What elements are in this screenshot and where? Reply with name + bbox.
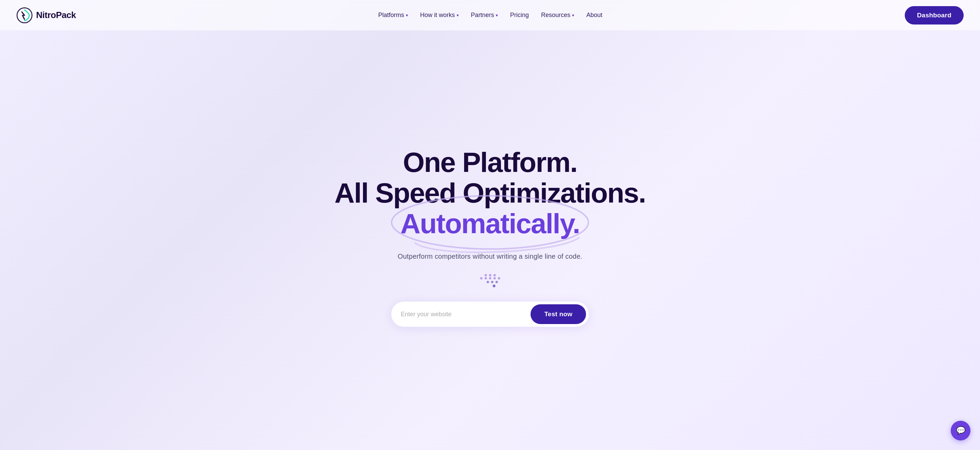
chat-icon: 💬 [956, 426, 966, 435]
nitropack-logo-icon [16, 7, 33, 24]
nav-item-how-it-works[interactable]: How it works ▾ [420, 11, 459, 19]
dot [495, 281, 498, 283]
hero-subtitle: Outperform competitors without writing a… [398, 253, 582, 261]
nav-item-resources[interactable]: Resources ▾ [541, 11, 574, 19]
hero-line1: One Platform. [403, 147, 577, 178]
logo-text: NitroPack [36, 10, 76, 21]
dot [493, 274, 496, 277]
nav-item-pricing[interactable]: Pricing [510, 11, 529, 19]
chevron-down-icon: ▾ [406, 13, 408, 18]
dotted-arrow-decoration [480, 274, 500, 288]
dot [498, 277, 500, 280]
dot [480, 277, 482, 280]
test-now-button[interactable]: Test now [531, 304, 586, 324]
dot [487, 281, 489, 283]
nav-item-partners[interactable]: Partners ▾ [471, 11, 498, 19]
chat-bubble-button[interactable]: 💬 [951, 421, 970, 440]
hero-section: One Platform. All Speed Optimizations. A… [0, 31, 980, 450]
dot [493, 277, 496, 280]
dot [489, 277, 492, 280]
chevron-down-icon: ▾ [496, 13, 498, 18]
nav-links: Platforms ▾ How it works ▾ Partners ▾ Pr… [378, 11, 602, 19]
logo[interactable]: NitroPack [16, 7, 76, 24]
chevron-down-icon: ▾ [572, 13, 574, 18]
hero-title: One Platform. All Speed Optimizations. A… [334, 147, 645, 239]
dot [491, 281, 493, 283]
nav-item-platforms[interactable]: Platforms ▾ [378, 11, 408, 19]
navbar: NitroPack Platforms ▾ How it works ▾ Par… [0, 0, 980, 31]
hero-line3-auto: Automatically. [401, 208, 579, 239]
chevron-down-icon: ▾ [457, 13, 459, 18]
hero-line2: All Speed Optimizations. [334, 177, 645, 208]
website-input[interactable] [401, 311, 527, 318]
cta-form: Test now [391, 302, 589, 327]
dashboard-button[interactable]: Dashboard [905, 6, 964, 24]
nav-item-about[interactable]: About [586, 11, 602, 19]
dot [485, 274, 487, 277]
dot [489, 274, 492, 277]
dot [493, 285, 495, 287]
dot [485, 277, 487, 280]
